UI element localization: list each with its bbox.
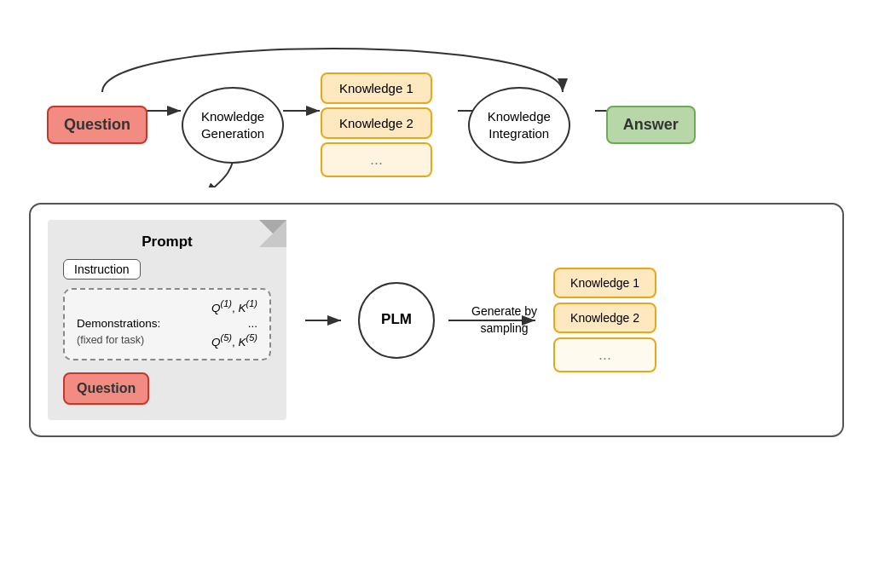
demonstrations-box: x Q(1), K(1) Demonstrations: ... (fixed … — [63, 288, 271, 360]
knowledge-stack-top: Knowledge 1 Knowledge 2 ... — [321, 72, 432, 177]
knowledge-box-right-2: Knowledge 2 — [553, 303, 656, 333]
question-label: Question — [64, 116, 130, 133]
knowledge-integration-ellipse: Knowledge Integration — [468, 87, 570, 164]
knowledge-box-2: Knowledge 2 — [321, 107, 432, 139]
knowledge-integration-label: Knowledge Integration — [488, 108, 551, 141]
prompt-box: Prompt Instruction x Q(1), K(1) Demonstr… — [48, 220, 286, 420]
answer-box: Answer — [606, 106, 696, 144]
knowledge-generation-label: Knowledge Generation — [201, 108, 264, 141]
knowledge-box-1: Knowledge 1 — [321, 72, 432, 104]
knowledge-box-right-1: Knowledge 1 — [553, 268, 656, 298]
bottom-section: Prompt Instruction x Q(1), K(1) Demonstr… — [29, 203, 844, 437]
generate-label: Generate bysampling — [471, 303, 537, 337]
bottom-question-badge: Question — [63, 369, 271, 405]
demo-row-2: Demonstrations: ... — [77, 317, 257, 330]
prompt-title: Prompt — [63, 233, 271, 251]
demo-row-1: x Q(1), K(1) — [77, 298, 257, 314]
knowledge-generation-ellipse: Knowledge Generation — [182, 87, 284, 164]
arrow-prompt-plm — [304, 308, 346, 333]
knowledge-box-ellipsis: ... — [321, 142, 432, 177]
bottom-content: PLM Generate bysampling Knowledge 1 — [304, 268, 825, 372]
top-section: Question Knowledge Generation Knowledge … — [17, 17, 856, 187]
diagram-container: Question Knowledge Generation Knowledge … — [0, 0, 873, 588]
instruction-badge: Instruction — [63, 259, 141, 280]
demo-row-3: (fixed for task) Q(5), K(5) — [77, 332, 257, 349]
knowledge-box-right-ellipsis: ... — [553, 337, 656, 372]
plm-ellipse: PLM — [358, 282, 435, 359]
knowledge-stack-bottom: Knowledge 1 Knowledge 2 ... — [553, 268, 656, 372]
answer-label: Answer — [623, 116, 679, 133]
question-box: Question — [47, 106, 147, 144]
